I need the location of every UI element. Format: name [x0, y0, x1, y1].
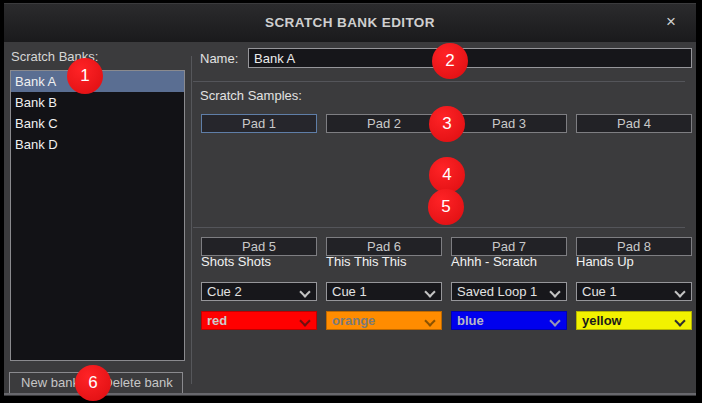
- annotation-circle-4: 4: [429, 157, 465, 193]
- chevron-down-icon: [424, 315, 435, 326]
- pad-4-cue-dropdown[interactable]: Cue 1: [576, 282, 692, 301]
- pad-1-color-dropdown[interactable]: red: [201, 311, 317, 330]
- pad-sample-title: This This This: [326, 254, 442, 269]
- annotation-circle-2: 2: [432, 43, 468, 79]
- annotation-circle-3: 3: [429, 106, 465, 142]
- pad-4-color-dropdown[interactable]: yellow: [576, 311, 692, 330]
- annotation-circle-5: 5: [428, 189, 464, 225]
- annotation-circle-6: 6: [75, 365, 111, 401]
- pad-2-color-dropdown[interactable]: orange: [326, 311, 442, 330]
- chevron-down-icon: [674, 315, 685, 326]
- window-title: SCRATCH BANK EDITOR: [4, 4, 696, 42]
- pad-1-cue-dropdown[interactable]: Cue 2: [201, 282, 317, 301]
- bank-list-item[interactable]: Bank B: [11, 92, 184, 113]
- chevron-down-icon: [299, 286, 310, 297]
- chevron-down-icon: [549, 286, 560, 297]
- pad-rows-divider: [193, 227, 685, 228]
- pad-sample-title: Ahhh - Scratch: [451, 254, 567, 269]
- close-icon[interactable]: ×: [662, 4, 680, 42]
- pad-3-button[interactable]: Pad 3: [451, 114, 567, 133]
- chevron-down-icon: [674, 286, 685, 297]
- name-row-divider: [193, 81, 685, 82]
- pad-sample-title: Hands Up: [576, 254, 692, 269]
- annotation-circle-1: 1: [67, 58, 103, 94]
- bank-list-item[interactable]: Bank C: [11, 113, 184, 134]
- pad-1-button[interactable]: Pad 1: [201, 114, 317, 133]
- title-bar[interactable]: SCRATCH BANK EDITOR ×: [4, 4, 696, 42]
- pad-6-button[interactable]: Pad 6: [326, 237, 442, 256]
- pad-2-button[interactable]: Pad 2: [326, 114, 442, 133]
- pad-3-cue-dropdown[interactable]: Saved Loop 1: [451, 282, 567, 301]
- chevron-down-icon: [424, 286, 435, 297]
- pad-7-button[interactable]: Pad 7: [451, 237, 567, 256]
- pad-4-button[interactable]: Pad 4: [576, 114, 692, 133]
- pad-3-color-dropdown[interactable]: blue: [451, 311, 567, 330]
- bank-list-item[interactable]: Bank D: [11, 134, 184, 155]
- name-label: Name:: [200, 51, 238, 66]
- chevron-down-icon: [549, 315, 560, 326]
- pad-8-button[interactable]: Pad 8: [576, 237, 692, 256]
- pad-2-cue-dropdown[interactable]: Cue 1: [326, 282, 442, 301]
- bank-name-input[interactable]: [248, 48, 692, 68]
- pad-sample-title: Shots Shots: [201, 254, 317, 269]
- pad-5-button[interactable]: Pad 5: [201, 237, 317, 256]
- scratch-samples-label: Scratch Samples:: [200, 88, 302, 103]
- scratch-bank-editor-window: SCRATCH BANK EDITOR × Scratch Banks: Ban…: [0, 0, 702, 403]
- bank-list[interactable]: Bank A Bank B Bank C Bank D: [10, 70, 185, 361]
- window-bottom-edge: [4, 393, 696, 395]
- panel-divider: [191, 56, 192, 384]
- chevron-down-icon: [299, 315, 310, 326]
